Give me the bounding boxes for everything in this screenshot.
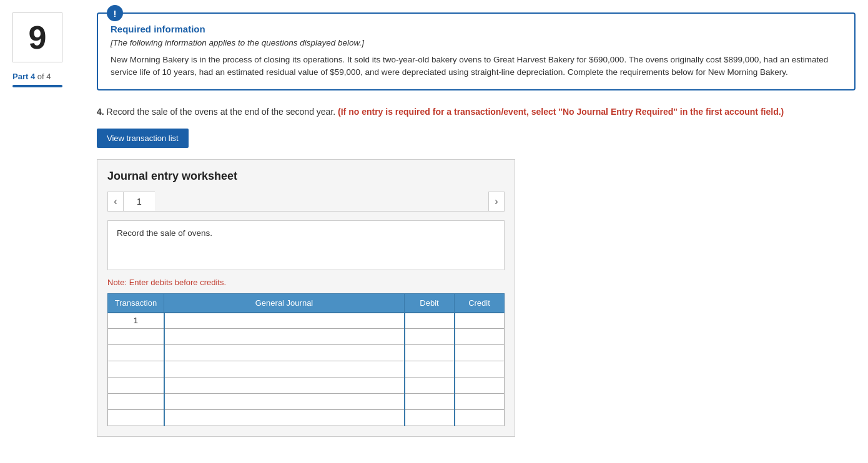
journal-input-field-2[interactable] xyxy=(165,329,404,344)
journal-input-field-7[interactable] xyxy=(165,410,404,426)
record-note-text: Record the sale of ovens. xyxy=(117,228,212,238)
journal-input-field-4[interactable] xyxy=(165,361,404,377)
journal-input-1[interactable] xyxy=(164,313,405,329)
debit-field-3[interactable] xyxy=(405,345,454,361)
table-row xyxy=(108,329,505,345)
journal-input-field-6[interactable] xyxy=(165,394,404,409)
part-label: Part 4 of 4 xyxy=(12,71,84,87)
trans-num-3 xyxy=(108,345,164,361)
tab-spacer xyxy=(155,192,488,212)
question-red-text: (If no entry is required for a transacti… xyxy=(338,107,784,117)
view-transaction-list-button[interactable]: View transaction list xyxy=(97,129,189,148)
info-box-title: Required information xyxy=(111,24,842,34)
credit-input-4[interactable] xyxy=(455,361,505,378)
credit-input-2[interactable] xyxy=(455,329,505,345)
journal-input-3[interactable] xyxy=(164,345,405,361)
trans-num-7 xyxy=(108,410,164,426)
debit-input-4[interactable] xyxy=(405,361,455,378)
credit-field-2[interactable] xyxy=(455,329,505,344)
table-row xyxy=(108,394,505,410)
debit-field-1[interactable] xyxy=(405,313,454,329)
worksheet-container: Journal entry worksheet ‹ 1 › Record the… xyxy=(97,159,515,437)
progress-bar-container xyxy=(12,85,62,87)
credit-input-5[interactable] xyxy=(455,378,505,394)
part-word: Part xyxy=(12,72,28,81)
sidebar: 9 Part 4 of 4 xyxy=(12,12,84,451)
main-content: ! Required information [The following in… xyxy=(97,12,856,451)
journal-input-4[interactable] xyxy=(164,361,405,378)
info-box-subtitle: [The following information applies to th… xyxy=(111,38,842,47)
question-static-text: Record the sale of the ovens at the end … xyxy=(107,107,336,117)
credit-field-3[interactable] xyxy=(455,345,505,361)
credit-input-6[interactable] xyxy=(455,394,505,410)
debit-input-3[interactable] xyxy=(405,345,455,361)
journal-input-2[interactable] xyxy=(164,329,405,345)
credit-input-7[interactable] xyxy=(455,410,505,426)
debit-input-2[interactable] xyxy=(405,329,455,345)
debit-input-7[interactable] xyxy=(405,410,455,426)
table-row xyxy=(108,361,505,378)
tab-navigation: ‹ 1 › xyxy=(107,192,505,212)
col-credit: Credit xyxy=(455,293,505,313)
debit-field-6[interactable] xyxy=(405,394,454,409)
info-box-body: New Morning Bakery is in the process of … xyxy=(111,54,842,79)
col-general-journal: General Journal xyxy=(164,293,405,313)
question-number-box: 9 xyxy=(12,12,62,62)
journal-input-5[interactable] xyxy=(164,378,405,394)
worksheet-title: Journal entry worksheet xyxy=(107,170,505,183)
credit-field-5[interactable] xyxy=(455,378,505,393)
info-box: ! Required information [The following in… xyxy=(97,12,856,90)
part-number: 4 xyxy=(31,72,35,81)
table-row xyxy=(108,345,505,361)
col-debit: Debit xyxy=(405,293,455,313)
question-number: 9 xyxy=(29,19,47,56)
part-of: of 4 xyxy=(37,72,51,81)
credit-input-3[interactable] xyxy=(455,345,505,361)
record-note-box: Record the sale of ovens. xyxy=(107,220,505,270)
question-number-label: 4. xyxy=(97,107,104,117)
journal-table: Transaction General Journal Debit Credit… xyxy=(107,293,505,427)
info-icon: ! xyxy=(107,5,123,21)
credit-input-1[interactable] xyxy=(455,313,505,329)
tab-next-button[interactable]: › xyxy=(488,192,505,212)
page-container: 9 Part 4 of 4 ! Required information [Th… xyxy=(0,0,868,463)
credit-field-4[interactable] xyxy=(455,361,505,377)
table-row: 1 xyxy=(108,313,505,329)
debit-field-4[interactable] xyxy=(405,361,454,377)
journal-input-field-1[interactable] xyxy=(165,313,404,329)
trans-num-6 xyxy=(108,394,164,410)
credit-field-7[interactable] xyxy=(455,410,505,426)
journal-input-field-3[interactable] xyxy=(165,345,404,361)
debit-input-6[interactable] xyxy=(405,394,455,410)
credit-field-6[interactable] xyxy=(455,394,505,409)
journal-input-7[interactable] xyxy=(164,410,405,426)
trans-num-1: 1 xyxy=(108,313,164,329)
debit-field-7[interactable] xyxy=(405,410,454,426)
tab-item-1[interactable]: 1 xyxy=(124,192,155,212)
credit-field-1[interactable] xyxy=(455,313,505,329)
col-transaction: Transaction xyxy=(108,293,164,313)
trans-num-2 xyxy=(108,329,164,345)
debit-input-1[interactable] xyxy=(405,313,455,329)
debit-field-2[interactable] xyxy=(405,329,454,344)
question-text: 4. Record the sale of the ovens at the e… xyxy=(97,105,856,119)
debit-field-5[interactable] xyxy=(405,378,454,393)
progress-bar-fill xyxy=(12,85,62,87)
trans-num-5 xyxy=(108,378,164,394)
trans-num-4 xyxy=(108,361,164,378)
table-row xyxy=(108,410,505,426)
debit-input-5[interactable] xyxy=(405,378,455,394)
journal-input-field-5[interactable] xyxy=(165,378,404,393)
journal-input-6[interactable] xyxy=(164,394,405,410)
tab-prev-button[interactable]: ‹ xyxy=(107,192,124,212)
note-text: Note: Enter debits before credits. xyxy=(107,278,505,287)
table-row xyxy=(108,378,505,394)
